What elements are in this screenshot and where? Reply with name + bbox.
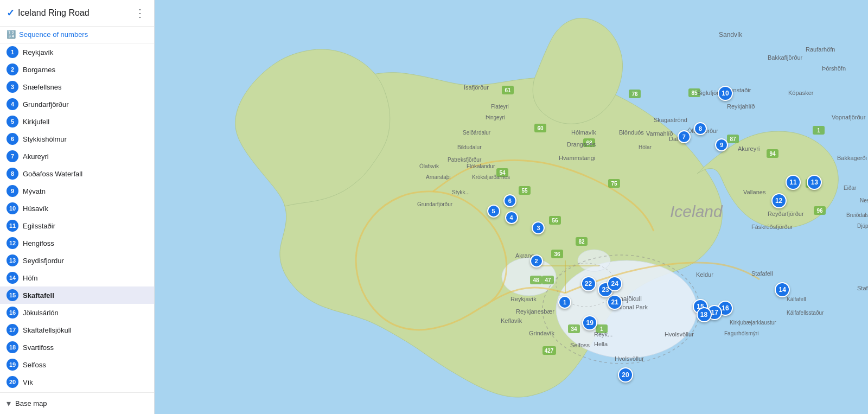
location-item-12[interactable]: 12Hengifoss — [0, 234, 154, 252]
svg-text:Bakkagerði: Bakkagerði — [837, 155, 867, 161]
svg-text:36: 36 — [554, 251, 560, 257]
map-pin-1[interactable]: 1 — [558, 296, 571, 309]
map-pin-8[interactable]: 8 — [694, 122, 707, 135]
svg-rect-8 — [502, 86, 514, 94]
svg-text:Djúpivogur: Djúpivogur — [857, 223, 868, 229]
map-pin-9[interactable]: 9 — [715, 138, 728, 151]
location-num-badge: 18 — [7, 341, 18, 353]
svg-text:Hvolsvöllur: Hvolsvöllur — [665, 331, 694, 337]
sidebar-header: ✓ Iceland Ring Road ⋮ — [0, 0, 154, 27]
location-item-10[interactable]: 10Húsavík — [0, 200, 154, 217]
svg-text:Blönduós: Blönduós — [619, 129, 644, 136]
svg-rect-16 — [519, 186, 531, 195]
svg-text:Patreksfjörður: Patreksfjörður — [448, 157, 482, 163]
base-map-row[interactable]: ▾ Base map — [0, 392, 154, 414]
svg-point-6 — [542, 255, 700, 364]
svg-rect-22 — [576, 237, 588, 246]
location-num-badge: 1 — [7, 46, 18, 58]
map-pin-14[interactable]: 14 — [775, 282, 790, 297]
location-item-6[interactable]: 6Stykkishólmur — [0, 130, 154, 148]
svg-text:Stafafell: Stafafell — [751, 270, 773, 277]
svg-text:96: 96 — [816, 208, 823, 214]
svg-text:47: 47 — [545, 277, 551, 283]
svg-text:54: 54 — [499, 170, 506, 176]
location-item-4[interactable]: 4Grundarfjörður — [0, 95, 154, 113]
svg-rect-14 — [496, 168, 508, 177]
svg-text:94: 94 — [769, 151, 776, 157]
location-num-badge: 17 — [7, 324, 18, 336]
svg-text:Kálfafellsstaður: Kálfafellsstaður — [787, 310, 824, 316]
location-item-19[interactable]: 19Selfoss — [0, 356, 154, 373]
location-name-label: Skaftafell — [23, 291, 54, 300]
location-name-label: Akureyri — [23, 152, 49, 161]
location-num-badge: 19 — [7, 359, 18, 371]
location-item-17[interactable]: 17Skaftafellsjökull — [0, 321, 154, 339]
map-pin-2[interactable]: 2 — [530, 254, 543, 267]
map-pin-7[interactable]: 7 — [678, 130, 691, 143]
sequence-label[interactable]: Sequence of numbers — [19, 30, 88, 39]
location-item-3[interactable]: 3Snæfellsnes — [0, 78, 154, 95]
map-pin-11[interactable]: 11 — [786, 175, 801, 190]
location-item-7[interactable]: 7Akureyri — [0, 148, 154, 165]
map-pin-3[interactable]: 3 — [532, 221, 545, 234]
svg-text:Reykjahlíð: Reykjahlíð — [727, 103, 755, 110]
location-num-badge: 15 — [7, 289, 18, 301]
svg-text:Skagaströnd: Skagaströnd — [654, 117, 687, 123]
map-pin-6[interactable]: 6 — [503, 194, 516, 207]
location-num-badge: 5 — [7, 116, 18, 128]
locations-list: 1Reykjavík2Borgarnes3Snæfellsnes4Grundar… — [0, 43, 154, 392]
map-pin-19[interactable]: 19 — [582, 315, 597, 330]
svg-text:Kópasker: Kópasker — [788, 90, 814, 96]
sidebar-title-row: ✓ Iceland Ring Road — [7, 7, 90, 19]
location-item-1[interactable]: 1Reykjavík — [0, 43, 154, 61]
location-name-label: Hengifoss — [23, 239, 54, 247]
map-pin-10[interactable]: 10 — [718, 86, 733, 101]
location-num-badge: 12 — [7, 237, 18, 249]
location-item-2[interactable]: 2Borgarnes — [0, 61, 154, 78]
svg-text:Kirkjubæjarklaustur: Kirkjubæjarklaustur — [730, 320, 776, 326]
map-pin-18[interactable]: 18 — [697, 307, 712, 322]
location-item-15[interactable]: 15Skaftafell — [0, 286, 154, 304]
svg-text:Króksfjarðarnes: Króksfjarðarnes — [472, 174, 510, 180]
location-num-badge: 14 — [7, 272, 18, 284]
svg-rect-34 — [813, 126, 825, 135]
location-item-11[interactable]: 11Egilsstaðir — [0, 217, 154, 234]
map-pin-4[interactable]: 4 — [505, 211, 518, 224]
map-container[interactable]: 61 60 68 54 55 56 36 82 75 76 85 87 94 1… — [155, 0, 868, 414]
svg-text:Hella: Hella — [594, 341, 608, 347]
svg-rect-46 — [542, 276, 554, 284]
sequence-row[interactable]: 🔢 Sequence of numbers — [0, 27, 154, 43]
map-pin-22[interactable]: 22 — [581, 276, 596, 291]
svg-text:Flateyri: Flateyri — [491, 104, 509, 110]
location-name-label: Egilsstaðir — [23, 222, 55, 230]
svg-text:Grundarfjörður: Grundarfjörður — [417, 201, 453, 207]
svg-text:82: 82 — [578, 239, 585, 245]
map-pin-13[interactable]: 13 — [807, 175, 822, 190]
svg-text:60: 60 — [537, 125, 544, 131]
map-pin-5[interactable]: 5 — [487, 205, 500, 218]
sidebar-title: Iceland Ring Road — [18, 8, 90, 18]
location-item-9[interactable]: 9Mývatn — [0, 182, 154, 200]
location-item-8[interactable]: 8Goðafoss Waterfall — [0, 165, 154, 182]
map-pin-20[interactable]: 20 — [618, 367, 633, 383]
svg-text:Selfoss: Selfoss — [570, 342, 590, 348]
svg-rect-12 — [583, 138, 595, 147]
location-item-14[interactable]: 14Höfn — [0, 269, 154, 286]
map-pin-12[interactable]: 12 — [771, 193, 787, 208]
location-name-label: Jökulsárlón — [23, 309, 59, 317]
svg-point-2 — [502, 258, 556, 296]
location-item-20[interactable]: 20Vík — [0, 373, 154, 391]
map-pin-21[interactable]: 21 — [607, 295, 622, 310]
more-options-icon[interactable]: ⋮ — [132, 4, 148, 22]
svg-text:Reyk...: Reyk... — [594, 331, 612, 337]
location-item-18[interactable]: 18Svartifoss — [0, 339, 154, 356]
location-num-badge: 4 — [7, 98, 18, 110]
location-item-16[interactable]: 16Jökulsárlón — [0, 304, 154, 321]
sequence-icon: 🔢 — [7, 30, 16, 39]
svg-text:61: 61 — [505, 87, 511, 93]
location-item-5[interactable]: 5Kirkjufell — [0, 113, 154, 130]
svg-text:Reykjavík: Reykjavík — [510, 296, 537, 302]
svg-text:Flókalandur: Flókalandur — [467, 163, 495, 169]
map-pin-24[interactable]: 24 — [607, 276, 622, 291]
location-item-13[interactable]: 13Seydisfjordur — [0, 252, 154, 269]
